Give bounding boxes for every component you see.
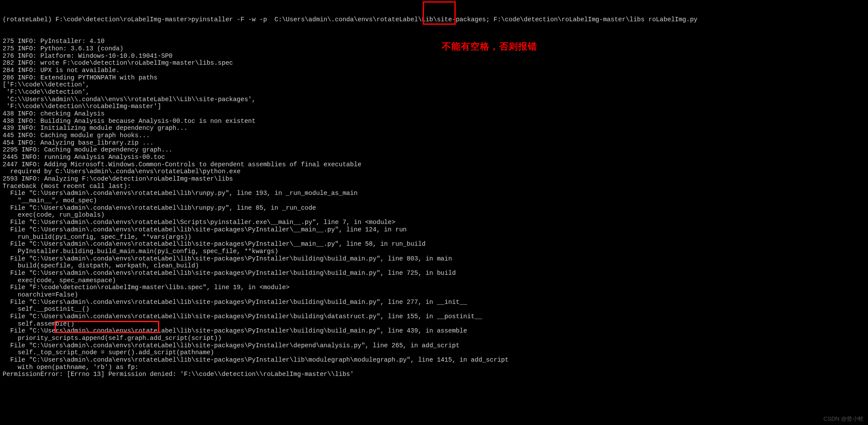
log-line: noarchive=False) <box>3 291 865 299</box>
log-line: 275 INFO: Python: 3.6.13 (conda) <box>3 45 865 53</box>
log-line: PermissionError: [Errno 13] Permission d… <box>3 371 865 378</box>
log-line: File "C:\Users\admin\.conda\envs\rotateL… <box>3 313 865 320</box>
log-line: exec(code, spec_namespace) <box>3 277 865 284</box>
log-line: PyInstaller.building.build_main.main(pyi… <box>3 248 865 255</box>
log-line: 276 INFO: Platform: Windows-10-10.0.1904… <box>3 53 865 60</box>
log-line: 439 INFO: Initializing module dependency… <box>3 125 865 132</box>
log-line: 438 INFO: Building Analysis because Anal… <box>3 118 865 125</box>
log-line: File "C:\Users\admin\.conda\envs\rotateL… <box>3 190 865 197</box>
log-line: 'F:\\code\\detection\\roLabelImg-master'… <box>3 103 865 110</box>
log-line: File "C:\Users\admin\.conda\envs\rotateL… <box>3 270 865 277</box>
log-line: Traceback (most recent call last): <box>3 183 865 190</box>
log-line: File "C:\Users\admin\.conda\envs\rotateL… <box>3 255 865 263</box>
log-line: "__main__", mod_spec) <box>3 197 865 204</box>
log-line: File "C:\Users\admin\.conda\envs\rotateL… <box>3 327 865 335</box>
log-line: 2445 INFO: running Analysis Analysis-00.… <box>3 154 865 161</box>
log-line: File "F:\code\detection\roLabelImg-maste… <box>3 284 865 291</box>
log-line: File "C:\Users\admin\.conda\envs\rotateL… <box>3 356 865 364</box>
log-line: File "C:\Users\admin\.conda\envs\rotateL… <box>3 204 865 212</box>
log-line: File "C:\Users\admin\.conda\envs\rotateL… <box>3 342 865 349</box>
log-line: ['F:\\code\\detection', <box>3 81 865 89</box>
log-line: File "C:\Users\admin\.conda\envs\rotateL… <box>3 226 865 234</box>
log-line: build(specfile, distpath, workpath, clea… <box>3 262 865 270</box>
log-line: 'F:\\code\\detection', <box>3 89 865 96</box>
log-line: run_build(pyi_config, spec_file, **vars(… <box>3 234 865 241</box>
log-line: 454 INFO: Analyzing base_library.zip ... <box>3 139 865 147</box>
log-line: 275 INFO: PyInstaller: 4.10 <box>3 38 865 45</box>
log-line: File "C:\Users\admin\.conda\envs\rotateL… <box>3 241 865 248</box>
log-line: 286 INFO: Extending PYTHONPATH with path… <box>3 74 865 82</box>
log-line: File "C:\Users\admin\.conda\envs\rotateL… <box>3 219 865 226</box>
log-line: self._top_script_node = super().add_scri… <box>3 349 865 356</box>
log-line: self.assemble() <box>3 320 865 328</box>
log-line: with open(pathname, 'rb') as fp: <box>3 364 865 371</box>
log-line: 445 INFO: Caching module graph hooks... <box>3 132 865 139</box>
log-line: 2447 INFO: Adding Microsoft.Windows.Comm… <box>3 161 865 168</box>
log-line: 2295 INFO: Caching module dependency gra… <box>3 146 865 154</box>
log-line: required by C:\Users\admin\.conda\envs\r… <box>3 168 865 175</box>
log-line: File "C:\Users\admin\.conda\envs\rotateL… <box>3 299 865 306</box>
log-line: 'C:\\Users\\admin\\.conda\\envs\\rotateL… <box>3 96 865 103</box>
command-prompt-line: (rotateLabel) F:\code\detection\roLabelI… <box>3 16 865 23</box>
log-line: exec(code, run_globals) <box>3 211 865 219</box>
log-line: self.__postinit__() <box>3 306 865 313</box>
annotation-no-space: 不能有空格，否则报错 <box>442 41 537 52</box>
log-line: 2593 INFO: Analyzing F:\code\detection\r… <box>3 175 865 183</box>
log-line: priority_scripts.append(self.graph.add_s… <box>3 335 865 342</box>
log-line: 282 INFO: wrote F:\code\detection\roLabe… <box>3 59 865 67</box>
watermark: CSDN @曾小蛙 <box>823 416 864 422</box>
terminal-output[interactable]: (rotateLabel) F:\code\detection\roLabelI… <box>0 0 868 416</box>
log-line: 284 INFO: UPX is not available. <box>3 67 865 74</box>
log-line: 438 INFO: checking Analysis <box>3 110 865 118</box>
